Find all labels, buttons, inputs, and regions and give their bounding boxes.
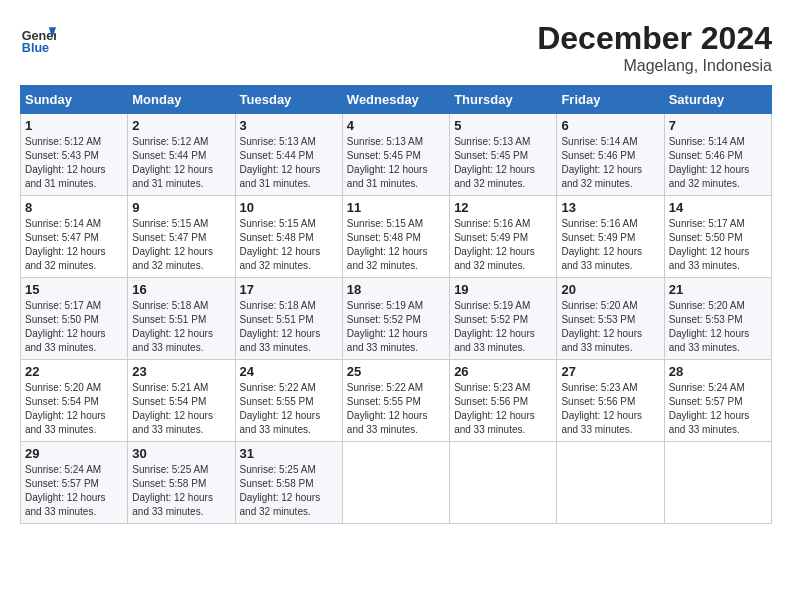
calendar-cell: 25Sunrise: 5:22 AMSunset: 5:55 PMDayligh… xyxy=(342,360,449,442)
day-number: 21 xyxy=(669,282,767,297)
calendar-cell: 29Sunrise: 5:24 AMSunset: 5:57 PMDayligh… xyxy=(21,442,128,524)
column-header-friday: Friday xyxy=(557,86,664,114)
day-number: 23 xyxy=(132,364,230,379)
day-number: 10 xyxy=(240,200,338,215)
day-number: 9 xyxy=(132,200,230,215)
day-detail: Sunrise: 5:18 AMSunset: 5:51 PMDaylight:… xyxy=(240,299,338,355)
week-row-1: 1Sunrise: 5:12 AMSunset: 5:43 PMDaylight… xyxy=(21,114,772,196)
day-detail: Sunrise: 5:22 AMSunset: 5:55 PMDaylight:… xyxy=(347,381,445,437)
header: General Blue December 2024 Magelang, Ind… xyxy=(20,20,772,75)
week-row-5: 29Sunrise: 5:24 AMSunset: 5:57 PMDayligh… xyxy=(21,442,772,524)
day-number: 30 xyxy=(132,446,230,461)
calendar-cell: 18Sunrise: 5:19 AMSunset: 5:52 PMDayligh… xyxy=(342,278,449,360)
day-detail: Sunrise: 5:14 AMSunset: 5:46 PMDaylight:… xyxy=(669,135,767,191)
calendar-cell: 31Sunrise: 5:25 AMSunset: 5:58 PMDayligh… xyxy=(235,442,342,524)
day-detail: Sunrise: 5:20 AMSunset: 5:53 PMDaylight:… xyxy=(669,299,767,355)
calendar-cell: 16Sunrise: 5:18 AMSunset: 5:51 PMDayligh… xyxy=(128,278,235,360)
week-row-4: 22Sunrise: 5:20 AMSunset: 5:54 PMDayligh… xyxy=(21,360,772,442)
calendar-cell: 27Sunrise: 5:23 AMSunset: 5:56 PMDayligh… xyxy=(557,360,664,442)
calendar-cell: 26Sunrise: 5:23 AMSunset: 5:56 PMDayligh… xyxy=(450,360,557,442)
day-detail: Sunrise: 5:21 AMSunset: 5:54 PMDaylight:… xyxy=(132,381,230,437)
day-number: 8 xyxy=(25,200,123,215)
day-detail: Sunrise: 5:15 AMSunset: 5:48 PMDaylight:… xyxy=(347,217,445,273)
calendar-cell: 19Sunrise: 5:19 AMSunset: 5:52 PMDayligh… xyxy=(450,278,557,360)
logo-icon: General Blue xyxy=(20,20,56,56)
day-number: 6 xyxy=(561,118,659,133)
calendar-cell: 12Sunrise: 5:16 AMSunset: 5:49 PMDayligh… xyxy=(450,196,557,278)
logo: General Blue xyxy=(20,20,60,56)
day-detail: Sunrise: 5:13 AMSunset: 5:45 PMDaylight:… xyxy=(347,135,445,191)
day-detail: Sunrise: 5:15 AMSunset: 5:48 PMDaylight:… xyxy=(240,217,338,273)
calendar-cell: 11Sunrise: 5:15 AMSunset: 5:48 PMDayligh… xyxy=(342,196,449,278)
day-number: 15 xyxy=(25,282,123,297)
day-number: 17 xyxy=(240,282,338,297)
day-detail: Sunrise: 5:14 AMSunset: 5:46 PMDaylight:… xyxy=(561,135,659,191)
day-detail: Sunrise: 5:16 AMSunset: 5:49 PMDaylight:… xyxy=(561,217,659,273)
calendar-cell: 1Sunrise: 5:12 AMSunset: 5:43 PMDaylight… xyxy=(21,114,128,196)
title-area: December 2024 Magelang, Indonesia xyxy=(537,20,772,75)
day-detail: Sunrise: 5:25 AMSunset: 5:58 PMDaylight:… xyxy=(132,463,230,519)
calendar-cell xyxy=(450,442,557,524)
calendar-cell: 4Sunrise: 5:13 AMSunset: 5:45 PMDaylight… xyxy=(342,114,449,196)
day-detail: Sunrise: 5:13 AMSunset: 5:45 PMDaylight:… xyxy=(454,135,552,191)
day-number: 2 xyxy=(132,118,230,133)
calendar-cell: 9Sunrise: 5:15 AMSunset: 5:47 PMDaylight… xyxy=(128,196,235,278)
day-number: 7 xyxy=(669,118,767,133)
calendar-table: SundayMondayTuesdayWednesdayThursdayFrid… xyxy=(20,85,772,524)
column-header-tuesday: Tuesday xyxy=(235,86,342,114)
calendar-cell xyxy=(342,442,449,524)
day-detail: Sunrise: 5:12 AMSunset: 5:44 PMDaylight:… xyxy=(132,135,230,191)
day-number: 3 xyxy=(240,118,338,133)
calendar-cell: 2Sunrise: 5:12 AMSunset: 5:44 PMDaylight… xyxy=(128,114,235,196)
day-detail: Sunrise: 5:15 AMSunset: 5:47 PMDaylight:… xyxy=(132,217,230,273)
day-number: 1 xyxy=(25,118,123,133)
calendar-cell: 3Sunrise: 5:13 AMSunset: 5:44 PMDaylight… xyxy=(235,114,342,196)
day-number: 19 xyxy=(454,282,552,297)
calendar-cell: 28Sunrise: 5:24 AMSunset: 5:57 PMDayligh… xyxy=(664,360,771,442)
day-number: 22 xyxy=(25,364,123,379)
calendar-cell: 21Sunrise: 5:20 AMSunset: 5:53 PMDayligh… xyxy=(664,278,771,360)
column-header-monday: Monday xyxy=(128,86,235,114)
day-number: 29 xyxy=(25,446,123,461)
svg-text:Blue: Blue xyxy=(22,41,49,55)
week-row-2: 8Sunrise: 5:14 AMSunset: 5:47 PMDaylight… xyxy=(21,196,772,278)
day-number: 20 xyxy=(561,282,659,297)
calendar-cell: 22Sunrise: 5:20 AMSunset: 5:54 PMDayligh… xyxy=(21,360,128,442)
day-detail: Sunrise: 5:20 AMSunset: 5:53 PMDaylight:… xyxy=(561,299,659,355)
day-detail: Sunrise: 5:17 AMSunset: 5:50 PMDaylight:… xyxy=(669,217,767,273)
day-detail: Sunrise: 5:16 AMSunset: 5:49 PMDaylight:… xyxy=(454,217,552,273)
calendar-cell: 7Sunrise: 5:14 AMSunset: 5:46 PMDaylight… xyxy=(664,114,771,196)
day-number: 12 xyxy=(454,200,552,215)
location: Magelang, Indonesia xyxy=(537,57,772,75)
day-detail: Sunrise: 5:17 AMSunset: 5:50 PMDaylight:… xyxy=(25,299,123,355)
day-detail: Sunrise: 5:22 AMSunset: 5:55 PMDaylight:… xyxy=(240,381,338,437)
day-detail: Sunrise: 5:25 AMSunset: 5:58 PMDaylight:… xyxy=(240,463,338,519)
calendar-cell: 14Sunrise: 5:17 AMSunset: 5:50 PMDayligh… xyxy=(664,196,771,278)
header-row: SundayMondayTuesdayWednesdayThursdayFrid… xyxy=(21,86,772,114)
day-number: 18 xyxy=(347,282,445,297)
calendar-cell: 23Sunrise: 5:21 AMSunset: 5:54 PMDayligh… xyxy=(128,360,235,442)
day-detail: Sunrise: 5:13 AMSunset: 5:44 PMDaylight:… xyxy=(240,135,338,191)
day-detail: Sunrise: 5:20 AMSunset: 5:54 PMDaylight:… xyxy=(25,381,123,437)
day-detail: Sunrise: 5:24 AMSunset: 5:57 PMDaylight:… xyxy=(25,463,123,519)
column-header-thursday: Thursday xyxy=(450,86,557,114)
calendar-cell: 17Sunrise: 5:18 AMSunset: 5:51 PMDayligh… xyxy=(235,278,342,360)
calendar-cell: 15Sunrise: 5:17 AMSunset: 5:50 PMDayligh… xyxy=(21,278,128,360)
day-detail: Sunrise: 5:19 AMSunset: 5:52 PMDaylight:… xyxy=(347,299,445,355)
day-number: 16 xyxy=(132,282,230,297)
day-number: 4 xyxy=(347,118,445,133)
day-number: 13 xyxy=(561,200,659,215)
column-header-wednesday: Wednesday xyxy=(342,86,449,114)
calendar-cell xyxy=(664,442,771,524)
day-detail: Sunrise: 5:23 AMSunset: 5:56 PMDaylight:… xyxy=(454,381,552,437)
day-number: 5 xyxy=(454,118,552,133)
day-number: 28 xyxy=(669,364,767,379)
calendar-cell xyxy=(557,442,664,524)
day-number: 27 xyxy=(561,364,659,379)
day-number: 14 xyxy=(669,200,767,215)
calendar-cell: 8Sunrise: 5:14 AMSunset: 5:47 PMDaylight… xyxy=(21,196,128,278)
day-number: 31 xyxy=(240,446,338,461)
calendar-cell: 24Sunrise: 5:22 AMSunset: 5:55 PMDayligh… xyxy=(235,360,342,442)
day-number: 24 xyxy=(240,364,338,379)
calendar-cell: 6Sunrise: 5:14 AMSunset: 5:46 PMDaylight… xyxy=(557,114,664,196)
